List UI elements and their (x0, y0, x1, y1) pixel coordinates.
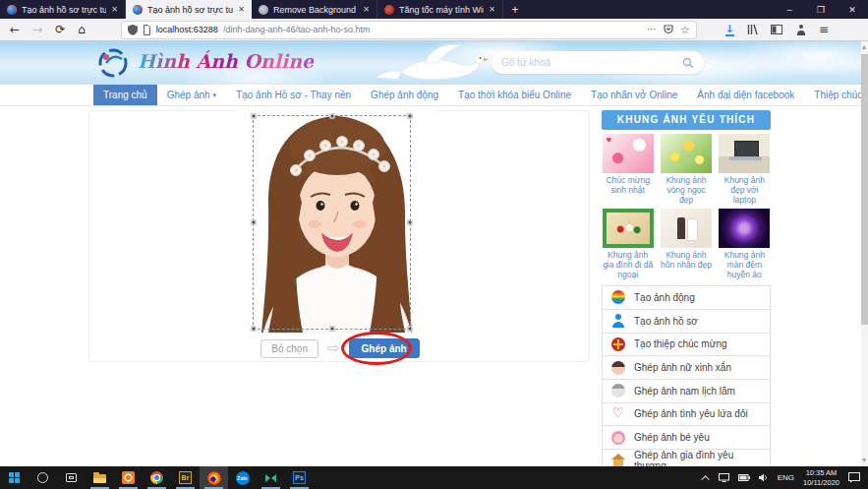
reload-icon[interactable]: ⟳ (55, 24, 65, 35)
thumbnail-image[interactable] (719, 134, 770, 173)
selection-handle[interactable] (408, 220, 413, 225)
crop-selection-box[interactable] (253, 115, 411, 330)
minimize-button[interactable]: – (774, 0, 805, 19)
nav-item-ghep-anh[interactable]: Ghép ảnh ▾ (157, 85, 226, 105)
cortana-button[interactable] (29, 466, 57, 489)
hidden-icons-chevron[interactable] (701, 475, 709, 483)
forward-icon[interactable]: → (32, 24, 42, 35)
sidebar: KHUNG ẢNH YÊU THÍCH Chúc mừng sinh nhật … (602, 110, 771, 489)
dove-image (372, 42, 494, 85)
nav-item-thiep-chuc-mung[interactable]: Thiệp chúc mừng (804, 85, 861, 105)
file-explorer-button[interactable] (86, 466, 114, 489)
nav-item-home[interactable]: Trang chủ (93, 85, 157, 105)
nav-item-nhan-vo[interactable]: Tạo nhãn vở Online (581, 85, 687, 105)
page-scrollbar[interactable] (861, 41, 868, 466)
browser-tab-4[interactable]: Tăng tốc máy tính Windows 1 ✕ (377, 0, 503, 19)
scroll-down-icon[interactable] (862, 458, 866, 462)
close-tab-icon[interactable]: ✕ (238, 5, 245, 14)
frame-thumb-jade[interactable]: Khung ảnh vòng ngọc đẹp (660, 134, 712, 206)
menu-item-be-yeu[interactable]: Ghép ảnh bé yêu (603, 426, 770, 450)
restore-button[interactable]: ❐ (805, 0, 837, 19)
downloads-icon[interactable]: ↓ (725, 24, 734, 36)
menu-item-nu-xinh-xan[interactable]: Ghép ảnh nữ xinh xắn (603, 356, 770, 380)
site-logo-icon[interactable] (94, 45, 134, 81)
thumbnail-image[interactable] (603, 209, 654, 248)
speaker-icon[interactable] (759, 473, 769, 482)
thumbnail-image[interactable] (661, 209, 712, 248)
photoshop-button[interactable]: Ps (285, 466, 314, 489)
selection-handle[interactable] (252, 327, 257, 332)
selection-handle[interactable] (329, 327, 334, 332)
thumbnail-image[interactable] (661, 134, 712, 173)
uploaded-portrait-photo[interactable] (236, 110, 437, 333)
frame-thumb-wedding[interactable]: Khung ảnh hôn nhân đẹp (660, 209, 712, 280)
selection-handle[interactable] (252, 114, 257, 119)
site-logo-text[interactable]: Hình Ảnh Online (138, 50, 314, 72)
language-indicator[interactable]: ENG (778, 473, 794, 482)
menu-item-nam-lich-lam[interactable]: Ghép ảnh nam lịch lãm (603, 380, 770, 403)
hamburger-menu-icon[interactable]: ≡ (819, 23, 829, 36)
menu-item-tinh-yeu[interactable]: Ghép ảnh tình yêu lứa đôi (603, 403, 770, 427)
zalo-icon: Zalo (236, 471, 250, 485)
sidebar-toggle-icon[interactable] (771, 25, 782, 34)
task-view-button[interactable] (57, 466, 86, 489)
nav-item-avatar-facebook[interactable]: Ảnh đại diện facebook (687, 85, 804, 105)
frame-thumb-family[interactable]: Khung ảnh gia đình đi dã ngoại (602, 209, 654, 280)
bookmark-star-icon[interactable]: ☆ (680, 25, 690, 35)
thumbnail-image[interactable] (603, 134, 654, 173)
start-button[interactable] (0, 466, 29, 489)
browser-tab-bar: Tạo ảnh hồ sơ trực tuyến ✕ Tạo ảnh hồ sơ… (0, 0, 868, 19)
visual-studio-button[interactable] (257, 466, 285, 489)
site-favicon (7, 5, 17, 15)
frame-thumb-birthday[interactable]: Chúc mừng sinh nhật (602, 134, 654, 206)
visual-studio-icon (264, 472, 277, 484)
merge-photo-button[interactable]: Ghép ảnh (349, 338, 420, 358)
url-path: /dinh-dang-anh-46/tao-anh-ho-so.htm (223, 25, 642, 34)
close-tab-icon[interactable]: ✕ (111, 5, 118, 14)
menu-item-tao-thiep[interactable]: Tạo thiệp chúc mừng (603, 334, 770, 357)
network-icon[interactable] (719, 473, 729, 482)
browser-tab-3[interactable]: Remove Background from Im ✕ (252, 0, 377, 19)
adobe-bridge-button[interactable]: Br (171, 466, 200, 489)
browser-tab-1[interactable]: Tạo ảnh hồ sơ trực tuyến ✕ (0, 0, 126, 19)
browser-tab-2-active[interactable]: Tạo ảnh hồ sơ trực tuyến ✕ (126, 0, 252, 19)
scrollbar-thumb[interactable] (861, 54, 868, 325)
page-actions-icon[interactable]: ⋯ (647, 25, 657, 34)
selection-handle[interactable] (408, 327, 413, 332)
deselect-button[interactable]: Bỏ chọn (260, 339, 318, 358)
firefox-button[interactable] (200, 466, 228, 489)
close-tab-icon[interactable]: ✕ (363, 5, 370, 14)
pocket-icon[interactable] (664, 25, 673, 34)
action-center-icon[interactable] (848, 472, 860, 483)
menu-item-tao-anh-ho-so[interactable]: Tạo ảnh hồ sơ (603, 310, 770, 334)
scroll-up-icon[interactable] (862, 45, 866, 49)
close-tab-icon[interactable]: ✕ (489, 5, 495, 14)
clock[interactable]: 10:35 AM 10/11/2020 (803, 468, 839, 487)
close-window-button[interactable]: ✕ (837, 0, 868, 19)
account-icon[interactable] (795, 25, 806, 35)
library-icon[interactable] (747, 24, 758, 35)
frame-thumb-night[interactable]: Khung ảnh màn đêm huyền ảo (719, 209, 771, 280)
battery-icon[interactable] (738, 474, 750, 481)
zalo-button[interactable]: Zalo (228, 466, 257, 489)
home-icon[interactable]: ⌂ (78, 24, 86, 35)
idm-button[interactable] (114, 466, 143, 489)
nav-item-ghep-anh-dong[interactable]: Ghép ảnh động (361, 85, 448, 105)
url-bar[interactable]: localhost:63288 /dinh-dang-anh-46/tao-an… (122, 22, 696, 38)
thumbnail-image[interactable] (719, 209, 770, 248)
new-tab-button[interactable]: + (503, 0, 527, 19)
selection-handle[interactable] (252, 220, 257, 225)
selection-handle[interactable] (329, 114, 334, 119)
search-icon[interactable] (682, 57, 694, 69)
shield-icon[interactable] (128, 25, 138, 35)
chrome-button[interactable] (143, 466, 171, 489)
frame-thumb-laptop[interactable]: Khung ảnh đẹp với laptop (719, 134, 771, 206)
search-input[interactable] (501, 57, 682, 68)
site-search-box[interactable] (492, 51, 704, 74)
menu-item-tao-anh-dong[interactable]: Tạo ảnh động (603, 286, 770, 310)
back-icon[interactable]: ← (10, 24, 20, 35)
page-info-icon[interactable] (143, 25, 151, 35)
nav-item-tao-anh-ho-so[interactable]: Tạo ảnh Hồ sơ - Thay nền (226, 85, 361, 105)
selection-handle[interactable] (408, 114, 413, 119)
nav-item-thoi-khoa-bieu[interactable]: Tạo thời khóa biểu Online (448, 85, 581, 105)
